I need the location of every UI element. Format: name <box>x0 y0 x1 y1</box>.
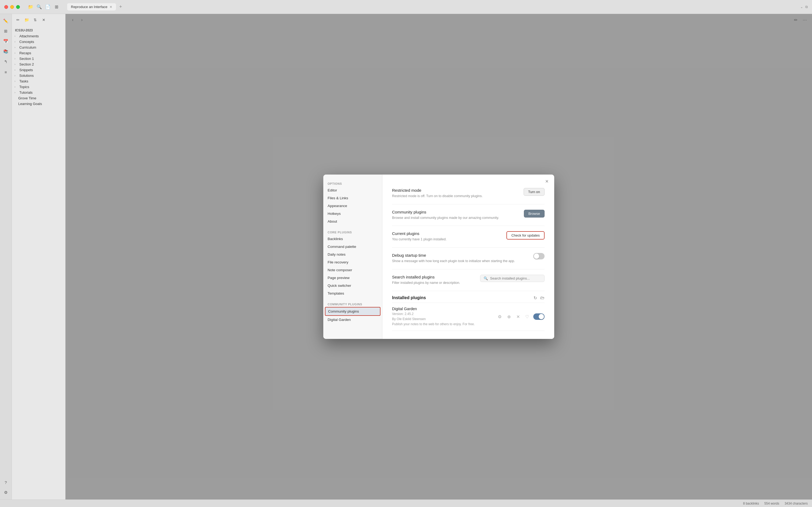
tree-item-topics[interactable]: ›Topics <box>12 84 65 90</box>
tree-item-tutorials[interactable]: ›Tutorials <box>12 90 65 95</box>
settings-item-community-plugins[interactable]: Community plugins <box>325 307 381 316</box>
minimize-button[interactable] <box>10 5 14 9</box>
tree-item-recaps[interactable]: ›Recaps <box>12 50 65 56</box>
collapse-icon[interactable]: ⌄ <box>800 5 803 9</box>
arrow-icon[interactable]: ↰ <box>2 57 10 66</box>
current-plugins-action: Check for updates <box>507 231 544 239</box>
tree-item-grove-time[interactable]: Grove Time <box>12 95 65 101</box>
restricted-mode-row: Restricted mode Restricted mode is off. … <box>392 183 544 204</box>
settings-item-templates[interactable]: Templates <box>323 289 382 297</box>
folder-icon[interactable]: 📁 <box>28 4 33 10</box>
modal-overlay: ✕ Options Editor Files & Links Appearanc… <box>65 14 812 500</box>
tab-title: Reproduce an Interface <box>71 5 107 9</box>
plugin-row-digital-garden: Digital Garden Version: 2.45.2 By Ole Es… <box>392 303 544 331</box>
plugin-enable-toggle[interactable] <box>533 314 544 320</box>
debug-startup-title: Debug startup time <box>392 253 528 258</box>
plugin-version: Version: 2.45.2 <box>392 312 494 317</box>
toggle-knob <box>534 253 539 259</box>
settings-item-command-palette[interactable]: Command palette <box>323 243 382 250</box>
file-sidebar: ✏ 📁 ⇅ ✕ ICS3U-2023 ›Attachments ›Concept… <box>12 14 65 500</box>
settings-item-quick-switcher[interactable]: Quick switcher <box>323 282 382 289</box>
settings-item-files-links[interactable]: Files & Links <box>323 194 382 202</box>
close-button[interactable] <box>4 5 8 9</box>
settings-item-daily-notes[interactable]: Daily notes <box>323 250 382 258</box>
tree-item-attachments[interactable]: ›Attachments <box>12 33 65 39</box>
settings-icon[interactable]: ⚙ <box>2 488 10 497</box>
debug-startup-info: Debug startup time Show a message with h… <box>392 253 528 264</box>
settings-item-file-recovery[interactable]: File recovery <box>323 258 382 266</box>
edit-icon[interactable]: ✏️ <box>2 17 10 25</box>
search-input-wrap: 🔍 <box>480 275 544 282</box>
settings-item-digital-garden-sidebar[interactable]: Digital Garden <box>323 316 382 324</box>
settings-item-hotkeys[interactable]: Hotkeys <box>323 210 382 218</box>
main-area: ✏️ ⊞ 📅 📚 ↰ ≡ ? ⚙ ✏ 📁 ⇅ ✕ ICS3U-2023 ›Att… <box>0 14 812 500</box>
community-plugins-info: Community plugins Browse and install com… <box>392 210 519 220</box>
tree-item-concepts[interactable]: ›Concepts <box>12 39 65 45</box>
calendar-icon[interactable]: 📅 <box>2 37 10 46</box>
tree-root-label: ICS3U-2023 <box>12 27 65 33</box>
plugin-add-icon[interactable]: ⊕ <box>506 314 512 320</box>
modal-close-button[interactable]: ✕ <box>543 178 550 185</box>
tree-item-solutions[interactable]: ›Solutions <box>12 73 65 78</box>
layout-icon[interactable]: ⊞ <box>54 4 59 10</box>
search-icon[interactable]: 🔍 <box>37 4 42 10</box>
search-plugins-info: Search installed plugins Filter installe… <box>392 275 475 285</box>
debug-startup-toggle[interactable] <box>533 253 544 260</box>
search-plugins-input[interactable] <box>490 276 541 280</box>
community-plugins-desc: Browse and install community plugins mad… <box>392 215 519 220</box>
active-tab[interactable]: Reproduce an Interface ✕ <box>67 3 116 10</box>
settings-content: Restricted mode Restricted mode is off. … <box>383 175 554 339</box>
tree-item-curriculum[interactable]: ›Curriculum <box>12 45 65 50</box>
tree-item-section2[interactable]: ›Section 2 <box>12 61 65 67</box>
debug-startup-row: Debug startup time Show a message with h… <box>392 247 544 269</box>
restricted-mode-info: Restricted mode Restricted mode is off. … <box>392 188 518 199</box>
settings-item-note-composer[interactable]: Note composer <box>323 266 382 274</box>
community-plugins-action: Browse <box>524 210 544 218</box>
community-plugins-row: Community plugins Browse and install com… <box>392 204 544 226</box>
settings-item-appearance[interactable]: Appearance <box>323 202 382 210</box>
file-tree: ICS3U-2023 ›Attachments ›Concepts ›Curri… <box>12 26 65 500</box>
current-plugins-desc: You currently have 1 plugin installed. <box>392 237 501 242</box>
settings-item-about[interactable]: About <box>323 218 382 225</box>
tree-item-section1[interactable]: ›Section 1 <box>12 56 65 61</box>
options-section-label: Options <box>323 180 382 186</box>
tree-item-snippets[interactable]: ›Snippets <box>12 67 65 73</box>
maximize-button[interactable] <box>16 5 20 9</box>
status-bar: 8 backlinks 554 words 3434 characters <box>0 500 812 507</box>
check-for-updates-button[interactable]: Check for updates <box>507 231 544 239</box>
plugin-desc: Publish your notes to the web for others… <box>392 322 494 327</box>
settings-item-editor[interactable]: Editor <box>323 186 382 194</box>
settings-item-backlinks[interactable]: Backlinks <box>323 235 382 243</box>
restricted-mode-desc: Restricted mode is off. Turn on to disab… <box>392 193 518 199</box>
tab-close-icon[interactable]: ✕ <box>110 5 112 9</box>
tree-item-tasks[interactable]: ›Tasks <box>12 78 65 84</box>
split-icon[interactable]: ⧉ <box>805 5 808 9</box>
tree-item-learning-goals[interactable]: Learning Goals <box>12 101 65 107</box>
close-sidebar-icon[interactable]: ✕ <box>40 16 47 23</box>
settings-item-page-preview[interactable]: Page preview <box>323 274 382 282</box>
list-icon[interactable]: ≡ <box>2 68 10 76</box>
search-plugins-title: Search installed plugins <box>392 275 475 279</box>
new-note-icon[interactable]: ✏ <box>14 16 21 23</box>
restricted-mode-title: Restricted mode <box>392 188 518 192</box>
plugin-heart-icon[interactable]: ♡ <box>524 314 530 320</box>
help-icon[interactable]: ? <box>2 478 10 487</box>
sort-icon[interactable]: ⇅ <box>32 16 39 23</box>
plugin-remove-icon[interactable]: ✕ <box>515 314 521 320</box>
traffic-lights <box>4 5 20 9</box>
open-plugins-folder-icon[interactable]: 🗁 <box>540 295 544 300</box>
backlinks-status: 8 backlinks <box>743 502 759 505</box>
turn-on-button[interactable]: Turn on <box>524 188 544 196</box>
graph-icon[interactable]: ⊞ <box>2 27 10 36</box>
browse-button[interactable]: Browse <box>524 210 544 218</box>
plugin-settings-icon[interactable]: ⚙ <box>497 314 503 320</box>
community-plugins-section-label: Community plugins <box>323 300 382 307</box>
reload-plugins-icon[interactable]: ↻ <box>533 295 537 300</box>
plugin-info: Digital Garden Version: 2.45.2 By Ole Es… <box>392 307 494 327</box>
core-plugins-section-label: Core plugins <box>323 229 382 235</box>
layers-icon[interactable]: 📚 <box>2 47 10 56</box>
new-folder-icon[interactable]: 📁 <box>23 16 30 23</box>
new-tab-button[interactable]: + <box>117 3 124 11</box>
search-plugins-action: 🔍 <box>480 275 544 282</box>
document-icon[interactable]: 📄 <box>45 4 51 10</box>
